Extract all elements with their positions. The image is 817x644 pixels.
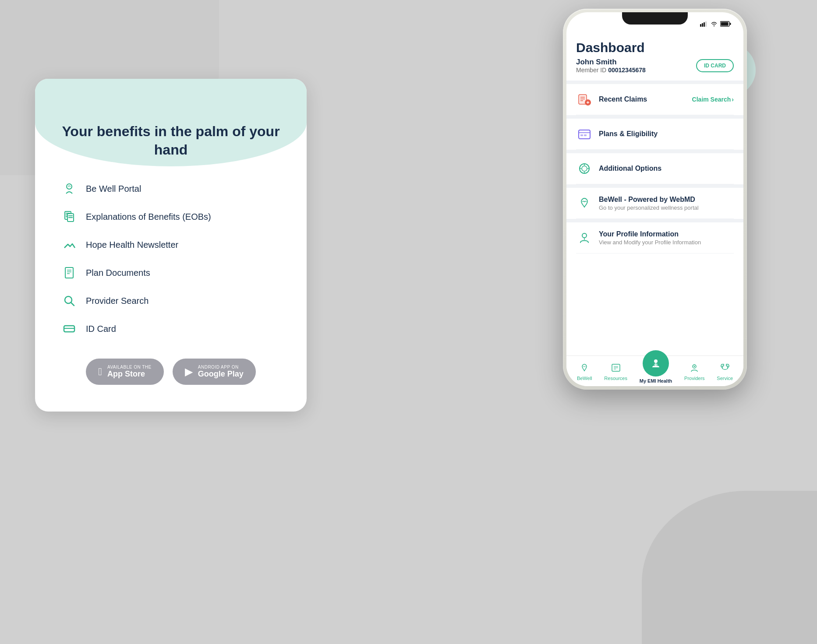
nav-emi-icon [643,350,669,377]
feature-label: Explanations of Benefits (EOBs) [86,212,211,222]
member-name: John Smith [576,58,646,67]
plans-eligibility-item[interactable]: Plans & Eligibility [576,119,734,150]
nav-providers-icon [688,362,700,374]
svg-point-36 [582,166,587,171]
nav-bewell[interactable]: BeWell [577,362,592,381]
svg-line-13 [71,303,74,306]
additional-options-item[interactable]: Additional Options [576,153,734,184]
nav-my-emi-health[interactable]: My EMI Health [640,359,672,384]
id-card-button[interactable]: ID CARD [696,59,734,72]
svg-rect-18 [704,22,705,27]
svg-rect-34 [584,134,587,136]
profile-content: Your Profile Information View and Modify… [599,230,734,246]
app-store-sub: Available on the [107,365,152,370]
nav-resources-icon [610,362,622,374]
bewell-item[interactable]: BeWell - Powered by WebMD Go to your per… [576,188,734,219]
svg-rect-22 [730,23,731,25]
section-divider-5 [566,219,743,222]
store-buttons:  Available on the App Store ▶ ANDROID A… [61,359,280,385]
battery-icon [720,21,731,28]
eob-icon [61,209,77,225]
nav-providers[interactable]: Providers [684,362,704,381]
options-content: Additional Options [599,165,734,172]
claims-title: Recent Claims [599,95,647,103]
idcard-icon [61,321,77,337]
member-info: John Smith Member ID 00012345678 ID CARD [576,58,734,74]
claims-icon [576,91,593,108]
feature-list: Be Well Portal Explanations of Benefits … [61,181,280,337]
section-divider-3 [566,150,743,153]
nav-service[interactable]: Service [717,362,733,381]
bewell-content: BeWell - Powered by WebMD Go to your per… [599,196,734,211]
phone-notch [622,12,688,25]
google-play-name: Google Play [198,370,244,379]
feature-label: Be Well Portal [86,184,141,194]
nav-emi-label: My EMI Health [640,378,672,384]
nav-bewell-icon [578,362,591,374]
profile-item[interactable]: Your Profile Information View and Modify… [576,222,734,253]
svg-point-0 [67,184,72,189]
svg-rect-19 [705,21,707,27]
benefits-title: Your benefits in the palm of your hand [61,105,280,159]
svg-rect-16 [700,24,701,27]
wifi-icon [711,21,718,28]
google-play-sub: ANDROID APP ON [198,365,244,370]
feature-label: Hope Health Newsletter [86,240,178,250]
phone-mockup: Dashboard John Smith Member ID 000123456… [563,9,747,635]
svg-rect-8 [65,267,73,278]
bewell-icon [61,181,77,197]
profile-title: Your Profile Information [599,230,734,238]
play-icon: ▶ [185,366,193,378]
options-icon [576,160,593,177]
svg-rect-6 [68,215,73,216]
list-item: Hope Health Newsletter [61,237,280,253]
nav-service-label: Service [717,376,733,381]
status-icons [700,21,731,28]
section-divider [566,81,743,84]
svg-rect-33 [580,134,583,136]
feature-label: Plan Documents [86,268,150,278]
section-divider-2 [566,115,743,119]
svg-rect-21 [721,22,729,26]
options-title: Additional Options [599,165,661,172]
feature-label: ID Card [86,324,116,334]
plans-title: Plans & Eligibility [599,130,658,137]
member-id-value: 00012345678 [608,67,646,74]
svg-point-47 [654,359,658,363]
newsletter-icon [61,237,77,253]
chevron-right-icon: › [732,96,734,103]
dashboard-title: Dashboard [576,40,734,55]
list-item: Be Well Portal [61,181,280,197]
feature-label: Provider Search [86,296,149,306]
signal-icon [700,21,708,28]
section-divider-4 [566,184,743,188]
member-id-label: Member ID [576,67,608,74]
phone-screen: Dashboard John Smith Member ID 000123456… [566,12,743,386]
benefits-card: Your benefits in the palm of your hand B… [35,79,307,412]
documents-icon [61,265,77,281]
phone-frame: Dashboard John Smith Member ID 000123456… [563,9,747,390]
apple-icon:  [98,366,102,378]
recent-claims-item[interactable]: Recent Claims Claim Search › [576,84,734,115]
profile-subtitle: View and Modify your Profile Information [599,239,734,246]
bottom-nav: BeWell Resources [566,355,743,386]
member-id-line: Member ID 00012345678 [576,67,646,74]
nav-service-icon [719,362,731,374]
svg-rect-7 [68,217,73,218]
bewell-subtitle: Go to your personalized wellness portal [599,204,734,211]
search-icon [61,293,77,309]
profile-icon [576,229,593,246]
google-play-button[interactable]: ▶ ANDROID APP ON Google Play [173,359,256,385]
app-store-name: App Store [107,370,152,379]
plans-content: Plans & Eligibility [599,130,734,138]
claim-search-action[interactable]: Claim Search › [692,96,734,103]
nav-bewell-label: BeWell [577,376,592,381]
svg-point-41 [582,233,587,238]
app-content: Dashboard John Smith Member ID 000123456… [566,32,743,355]
app-store-button[interactable]:  Available on the App Store [86,359,164,385]
nav-resources-label: Resources [604,376,627,381]
bewell-app-icon [576,195,593,211]
plans-icon [576,126,593,142]
nav-resources[interactable]: Resources [604,362,627,381]
svg-point-51 [694,366,695,367]
